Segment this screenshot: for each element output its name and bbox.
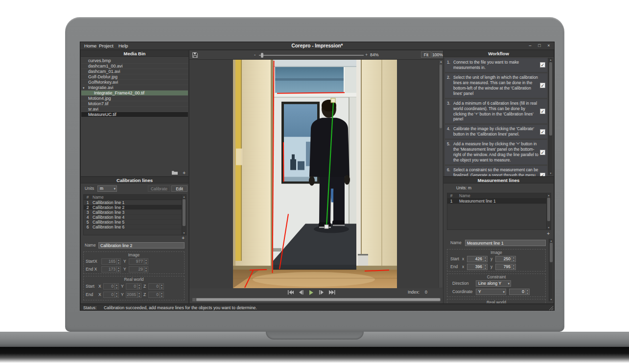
- minimize-button[interactable]: –: [526, 42, 535, 50]
- scroll-up-icon[interactable]: ▲: [440, 60, 443, 63]
- calibration-table-scrollbar[interactable]: ▲ ▼: [182, 195, 186, 235]
- calibration-row[interactable]: 3Callibration line 3: [84, 210, 182, 215]
- col-name: Name: [459, 193, 546, 199]
- skip-end-icon[interactable]: [328, 290, 335, 295]
- viewer-canvas[interactable]: ▲: [189, 60, 443, 288]
- media-item[interactable]: dashcam1_00.avi: [81, 64, 188, 69]
- play-icon[interactable]: [308, 290, 315, 295]
- viewer-scrollbar-thumb[interactable]: [440, 65, 442, 128]
- zoom-slider-track[interactable]: [259, 55, 364, 56]
- scroll-up-icon[interactable]: ▲: [182, 195, 186, 198]
- seek-track[interactable]: [192, 298, 441, 301]
- measurement-form-scrollbar[interactable]: ▲ ▼: [549, 239, 553, 301]
- fit-button[interactable]: Fit: [421, 51, 431, 58]
- media-item[interactable]: ▾Integratie.avi: [81, 85, 188, 91]
- add-measurement-line-icon[interactable]: +: [547, 231, 550, 236]
- calibration-endx-field[interactable]: 173▴▾: [101, 266, 121, 273]
- rw-start-x[interactable]: 0▴▾: [103, 283, 119, 290]
- media-item[interactable]: curves.bmp: [81, 58, 188, 64]
- measurement-units-text: Units: m: [456, 185, 471, 191]
- scroll-up-icon[interactable]: ▲: [547, 194, 551, 197]
- calibration-startx-field[interactable]: 165▴▾: [101, 258, 121, 265]
- measure-end-y[interactable]: 795▴▾: [495, 264, 516, 270]
- zoom-in-icon[interactable]: +: [365, 52, 368, 57]
- calibration-row[interactable]: 5Callibration line 5: [84, 220, 182, 225]
- add-calibration-line-icon[interactable]: +: [182, 235, 185, 241]
- calibrate-button[interactable]: Calibrate: [148, 185, 170, 192]
- add-media-icon[interactable]: +: [183, 170, 186, 176]
- calibration-row[interactable]: 4Callibration line 4: [84, 215, 182, 220]
- media-item[interactable]: Golf-Deblur.jpg: [81, 74, 188, 80]
- index-value: 0: [425, 290, 427, 295]
- calibration-name-field[interactable]: Callibration line 2: [98, 242, 185, 249]
- scroll-down-icon[interactable]: ▼: [182, 231, 186, 234]
- calibration-photo[interactable]: [233, 60, 397, 288]
- laptop-shadow: [0, 347, 629, 363]
- resize-grip[interactable]: [549, 306, 554, 311]
- checkbox-checked[interactable]: ✓: [540, 173, 545, 177]
- measurement-name-field[interactable]: Measurement line 1: [465, 240, 546, 246]
- scroll-down-icon[interactable]: ▼: [547, 226, 551, 229]
- workflow-step: 2.Select the unit of length in which the…: [445, 73, 547, 98]
- scroll-down-icon[interactable]: ▼: [549, 172, 553, 175]
- measure-start-y[interactable]: 250▴▾: [495, 256, 516, 262]
- close-button[interactable]: ×: [544, 42, 553, 50]
- maximize-button[interactable]: □: [535, 42, 544, 50]
- viewer-scrollbar[interactable]: ▲: [439, 60, 443, 288]
- rw-end-z[interactable]: 0▴▾: [148, 292, 164, 298]
- media-item[interactable]: dashcam_01.avi: [81, 69, 188, 74]
- rw-start-y[interactable]: 0▴▾: [126, 283, 141, 290]
- start-label: Start: [450, 256, 459, 262]
- seek-handle[interactable]: [192, 297, 196, 302]
- z-label: Z: [143, 283, 146, 290]
- rw-start-z[interactable]: 0▴▾: [148, 283, 164, 290]
- checkbox-checked[interactable]: ✓: [540, 83, 545, 88]
- checkbox-checked[interactable]: ✓: [540, 109, 545, 114]
- units-dropdown[interactable]: m▾: [97, 185, 117, 192]
- z-label: Z: [143, 292, 146, 298]
- window-title: Corepro - Impression*: [80, 42, 554, 50]
- checkbox-checked[interactable]: ✓: [540, 129, 545, 135]
- skip-start-icon[interactable]: [287, 290, 294, 295]
- step-forward-icon[interactable]: [318, 290, 325, 295]
- y-label: Y: [123, 266, 126, 273]
- checkbox-checked[interactable]: ✓: [540, 62, 545, 68]
- measurement-table-scrollbar[interactable]: ▲ ▼: [546, 193, 551, 229]
- checkbox-checked[interactable]: ✓: [540, 150, 545, 155]
- measure-end-x[interactable]: 396▴▾: [467, 264, 488, 270]
- media-item[interactable]: sr.avi: [81, 107, 188, 112]
- step-back-icon[interactable]: [298, 290, 304, 295]
- coordinate-dropdown[interactable]: Y▾: [476, 289, 506, 295]
- measure-start-x[interactable]: 426▴▾: [467, 256, 488, 262]
- direction-dropdown[interactable]: Line along Y▾: [476, 280, 511, 287]
- calibration-starty-field[interactable]: 977▴▾: [129, 258, 148, 265]
- seek-bar[interactable]: [189, 296, 443, 303]
- calibration-row-selected[interactable]: 2Callibration line 2: [84, 205, 182, 210]
- save-icon[interactable]: [192, 52, 198, 58]
- media-item[interactable]: Motion4.jpg: [81, 96, 188, 101]
- rw-end-x[interactable]: 0▴▾: [103, 292, 119, 298]
- media-item-highlighted[interactable]: Integratie_Frame42_00.tif: [81, 91, 188, 96]
- media-item[interactable]: GolfMonkey.avi: [81, 80, 188, 85]
- scroll-down-icon[interactable]: ▼: [549, 298, 553, 301]
- edit-button[interactable]: Edit: [171, 185, 187, 192]
- rw-end-y[interactable]: 2085▴▾: [126, 292, 141, 298]
- coordinate-value-field[interactable]: 0▴▾: [509, 289, 530, 295]
- media-item-label: dashcam_01.avi: [88, 69, 120, 74]
- media-item-selected[interactable]: MeasureUC.tif: [81, 112, 188, 117]
- media-item-label: GolfMonkey.avi: [88, 80, 118, 85]
- expander-icon[interactable]: ▾: [83, 85, 85, 91]
- media-item[interactable]: Motion7.tif: [81, 101, 188, 107]
- scroll-up-icon[interactable]: ▲: [549, 239, 553, 242]
- calibration-endy-field[interactable]: 29▴▾: [129, 266, 148, 273]
- status-label: Status:: [83, 304, 96, 311]
- zoom-out-icon[interactable]: -: [254, 52, 256, 57]
- scroll-up-icon[interactable]: ▲: [549, 58, 553, 61]
- calibration-row[interactable]: 6Callibration line 6: [84, 225, 182, 229]
- zoom-100-button[interactable]: 100%: [432, 51, 443, 58]
- calibration-row[interactable]: 1Callibration line 1: [84, 200, 182, 205]
- measurement-row-selected[interactable]: 1 Measurement line 1: [447, 199, 546, 204]
- workflow-scrollbar[interactable]: ▲ ▼: [548, 58, 553, 175]
- zoom-slider-handle[interactable]: [261, 53, 263, 58]
- open-folder-icon[interactable]: [172, 170, 178, 175]
